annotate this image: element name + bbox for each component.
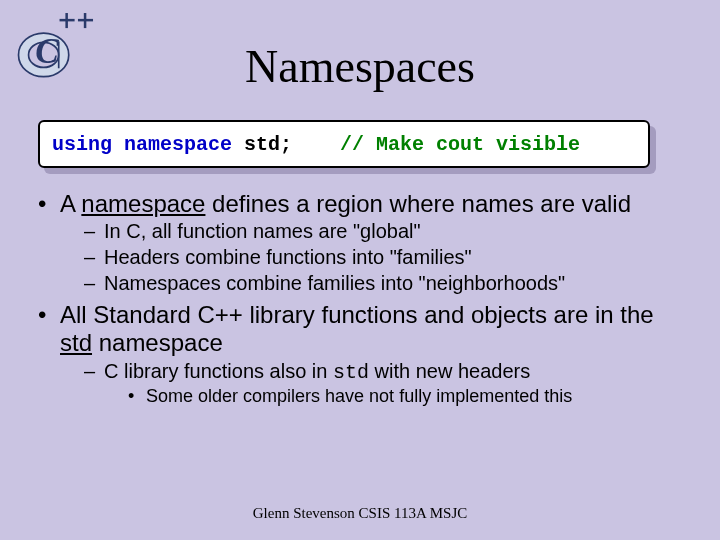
code-keyword: namespace [124, 133, 244, 156]
bullet-item: All Standard C++ library functions and o… [38, 301, 688, 407]
slide-footer: Glenn Stevenson CSIS 113A MSJC [0, 505, 720, 522]
bullet-text: defines a region where names are valid [205, 190, 631, 217]
bullet-text-underline: std [60, 329, 92, 356]
sub-bullet-code: std [333, 361, 369, 384]
code-gap [292, 133, 340, 156]
sub-bullet-item: In C, all function names are "global" [84, 220, 688, 244]
code-box: using namespace std; // Make cout visibl… [38, 120, 650, 168]
sub-bullet-text: with new headers [369, 360, 530, 382]
bullet-text: A [60, 190, 81, 217]
code-keyword: using [52, 133, 124, 156]
code-ident: std; [244, 133, 292, 156]
bullet-text: All Standard C++ library functions and o… [60, 301, 654, 328]
code-comment: // Make cout visible [340, 133, 580, 156]
bullet-item: A namespace defines a region where names… [38, 190, 688, 295]
slide-body: A namespace defines a region where names… [38, 190, 688, 414]
bullet-text: namespace [92, 329, 223, 356]
svg-rect-5 [78, 19, 93, 22]
sub-bullet-item: C library functions also in std with new… [84, 360, 688, 408]
slide-title: Namespaces [0, 40, 720, 93]
code-line: using namespace std; // Make cout visibl… [38, 120, 650, 168]
slide: C Namespaces using namespace std; // Mak… [0, 0, 720, 540]
sub-bullet-item: Headers combine functions into "families… [84, 246, 688, 270]
sub-bullet-text: C library functions also in [104, 360, 333, 382]
bullet-text-underline: namespace [81, 190, 205, 217]
sub2-bullet-item: Some older compilers have not fully impl… [128, 386, 688, 407]
sub-bullet-item: Namespaces combine families into "neighb… [84, 272, 688, 296]
svg-rect-3 [60, 19, 75, 22]
